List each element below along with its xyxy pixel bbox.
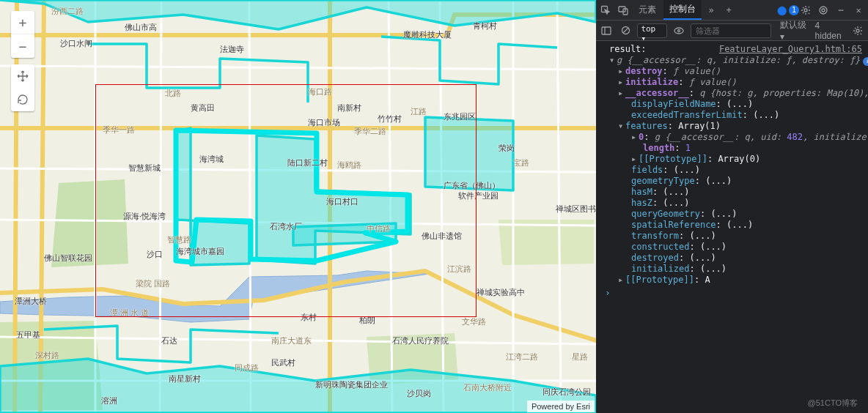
map-label: 深村路 xyxy=(35,350,59,361)
sidebar-toggle-icon[interactable] xyxy=(599,23,614,39)
map-label: 潭洲大桥 xyxy=(15,296,47,307)
issues-icon[interactable]: ⬤1 xyxy=(780,2,796,18)
pan-button[interactable] xyxy=(11,64,34,88)
devtools-tabbar: 元素 控制台 » + ⬤1 ⋯ ✕ xyxy=(596,0,868,21)
map-pane[interactable]: 汾西二路佛山市高沙口水闸北路黄高田海口路南新村魔雕科技大厦青柯村江路法迦寺海口市… xyxy=(0,0,596,413)
map-label: 汾西二路 xyxy=(51,6,84,17)
new-tab-icon[interactable]: + xyxy=(721,2,737,18)
svg-rect-25 xyxy=(602,27,611,34)
svg-point-24 xyxy=(820,7,827,14)
map-label: 星路 xyxy=(572,351,588,362)
map-label: 民武村 xyxy=(271,357,295,368)
map-label: 青柯村 xyxy=(473,21,497,31)
map-label: 佛山市高 xyxy=(125,22,157,33)
map-label: 南星新村 xyxy=(169,373,201,384)
map-label: 溶洲 xyxy=(101,395,117,406)
result-label: result: xyxy=(609,44,647,55)
filter-input[interactable] xyxy=(691,23,771,38)
map-label: 新明珠陶瓷集团企业 xyxy=(315,379,388,390)
kebab-icon[interactable]: ⋯ xyxy=(833,2,849,18)
rotate-button[interactable] xyxy=(11,88,34,111)
query-extent-box xyxy=(95,84,477,317)
source-link[interactable]: FeatureLayer_Query1.html:65 xyxy=(719,44,862,55)
map-label: 荣岗 xyxy=(499,143,515,154)
customize-icon[interactable] xyxy=(815,2,831,18)
zoom-out-button[interactable]: − xyxy=(11,34,34,58)
device-icon[interactable] xyxy=(615,2,631,18)
attribution: Powered by Esri xyxy=(527,401,595,412)
console-filterbar: top ▾ 默认级 ▾ 4 hidden xyxy=(596,21,868,41)
svg-point-23 xyxy=(822,9,825,12)
expand-icon[interactable] xyxy=(609,55,617,66)
map-label: 石达 xyxy=(161,335,177,346)
live-expr-icon[interactable] xyxy=(672,23,686,39)
settings-icon[interactable] xyxy=(798,2,814,18)
console-output[interactable]: result:FeatureLayer_Query1.html:65 g {__… xyxy=(596,41,868,413)
hidden-count: 4 hidden xyxy=(815,21,846,41)
console-prompt[interactable]: › xyxy=(600,286,868,298)
map-label: 同成路 xyxy=(235,362,259,373)
map-label: 佛山智联花园 xyxy=(44,253,92,264)
svg-point-22 xyxy=(804,9,807,12)
zoom-in-button[interactable]: + xyxy=(11,11,34,34)
map-label: 魔雕科技大厦 xyxy=(403,29,452,40)
nav-control xyxy=(11,64,34,111)
inspect-icon[interactable] xyxy=(597,2,614,18)
map-label: 沙口水闸 xyxy=(60,38,92,49)
tab-console[interactable]: 控制台 xyxy=(663,0,702,20)
map-label: 禅城区图书馆 xyxy=(556,204,596,215)
devtools-panel: 元素 控制台 » + ⬤1 ⋯ ✕ top ▾ 默认级 ▾ 4 hidden r… xyxy=(596,0,868,413)
svg-point-27 xyxy=(674,28,683,34)
svg-point-29 xyxy=(856,29,859,32)
watermark: @51CTO博客 xyxy=(808,398,858,409)
info-icon[interactable]: i xyxy=(863,57,868,66)
map-label: 禅城实验高中 xyxy=(477,287,525,298)
tab-elements[interactable]: 元素 xyxy=(633,1,662,20)
map-label: 同庆石湾公园 xyxy=(542,387,591,398)
console-settings-icon[interactable] xyxy=(850,23,865,39)
map-label: 文华路 xyxy=(462,316,486,327)
map-label: 江湾二路 xyxy=(506,351,538,362)
zoom-control: + − xyxy=(11,11,34,58)
map-label: 宝路 xyxy=(513,157,529,168)
levels-dropdown[interactable]: 默认级 ▾ xyxy=(780,19,811,42)
map-label: 沙贝岗 xyxy=(407,388,431,399)
map-label: 南庄大道东 xyxy=(271,335,312,346)
clear-console-icon[interactable] xyxy=(618,23,633,39)
more-tabs-icon[interactable]: » xyxy=(703,2,719,18)
context-selector[interactable]: top ▾ xyxy=(637,23,666,38)
map-label: 石湾人民疗养院 xyxy=(392,335,449,346)
map-label: 五甲基 xyxy=(16,330,40,341)
map-label: 石南大桥附近 xyxy=(463,382,512,393)
svg-point-28 xyxy=(677,29,680,31)
close-icon[interactable]: ✕ xyxy=(850,2,867,18)
map-label: 法迦寺 xyxy=(220,44,244,55)
